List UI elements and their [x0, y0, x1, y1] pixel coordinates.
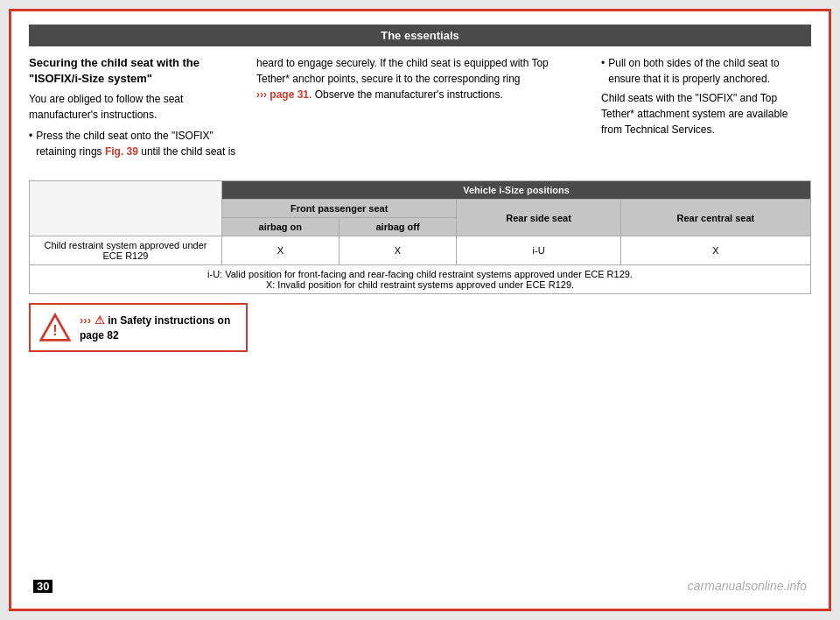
warning-icon-symbol: ⚠: [94, 314, 108, 327]
col-right: • Pull on both sides of the child seat t…: [601, 55, 811, 163]
warning-text: ››› ⚠ in Safety instructions onpage 82: [80, 313, 230, 343]
bullet-dot-2: •: [601, 55, 605, 87]
footnote-1: i-U: Valid position for front-facing and…: [35, 269, 805, 279]
row1-rear-central: X: [620, 236, 810, 265]
warning-box: ! ››› ⚠ in Safety instructions onpage 82: [29, 303, 248, 352]
col3-bullet: • Pull on both sides of the child seat t…: [601, 55, 811, 87]
section-title: Securing the child seat with the "ISOFIX…: [29, 55, 239, 87]
row1-airbag-off: X: [339, 236, 457, 265]
page-arrow: ››› page 31: [256, 88, 309, 101]
col-mid: heard to engage securely. If the child s…: [256, 55, 584, 163]
col3-bullet-text: Pull on both sides of the child seat to …: [608, 55, 811, 87]
col-left: Securing the child seat with the "ISOFIX…: [29, 55, 239, 163]
watermark: carmanualsonline.info: [688, 579, 807, 593]
footnote-row: i-U: Valid position for front-facing and…: [30, 265, 811, 294]
table-header-airbag-off: airbag off: [339, 218, 457, 236]
svg-text:!: !: [52, 322, 57, 338]
vehicle-table: Vehicle i-Size positions Front passenger…: [29, 180, 811, 294]
col2-text: heard to engage securely. If the child s…: [256, 55, 584, 102]
table-header-rear-side: Rear side seat: [457, 200, 620, 236]
table-header-airbag-on: airbag on: [222, 218, 340, 236]
content-area: Securing the child seat with the "ISOFIX…: [11, 46, 829, 180]
three-column-layout: Securing the child seat with the "ISOFIX…: [29, 55, 811, 163]
intro-text: You are obliged to follow the seat manuf…: [29, 91, 239, 123]
page-border: The essentials Securing the child seat w…: [9, 9, 831, 611]
col3-text2: Child seats with the "ISOFIX" and Top Te…: [601, 90, 811, 137]
warning-arrow: ›››: [80, 314, 94, 327]
bullet-1-text: Press the child seat onto the "ISOFIX" r…: [36, 128, 239, 159]
row1-airbag-on: X: [222, 236, 340, 265]
bullet-dot: •: [29, 128, 32, 159]
bullet-1: • Press the child seat onto the "ISOFIX"…: [29, 128, 239, 159]
header-title: The essentials: [381, 29, 459, 42]
page-number: 30: [33, 580, 52, 593]
table-header-main: Vehicle i-Size positions: [222, 181, 811, 200]
table-row-1: Child restraint system approved under EC…: [30, 236, 811, 265]
warning-triangle-icon: !: [39, 312, 71, 343]
table-header-rear-central: Rear central seat: [620, 200, 810, 236]
footnote-2: X: Invalid position for child restraint …: [35, 279, 805, 290]
row1-label: Child restraint system approved under EC…: [30, 236, 222, 265]
table-header-front: Front passenger seat: [222, 200, 457, 218]
row1-rear-side: i-U: [457, 236, 620, 265]
header-bar: The essentials: [29, 25, 811, 46]
fig-link[interactable]: Fig. 39: [105, 145, 138, 158]
